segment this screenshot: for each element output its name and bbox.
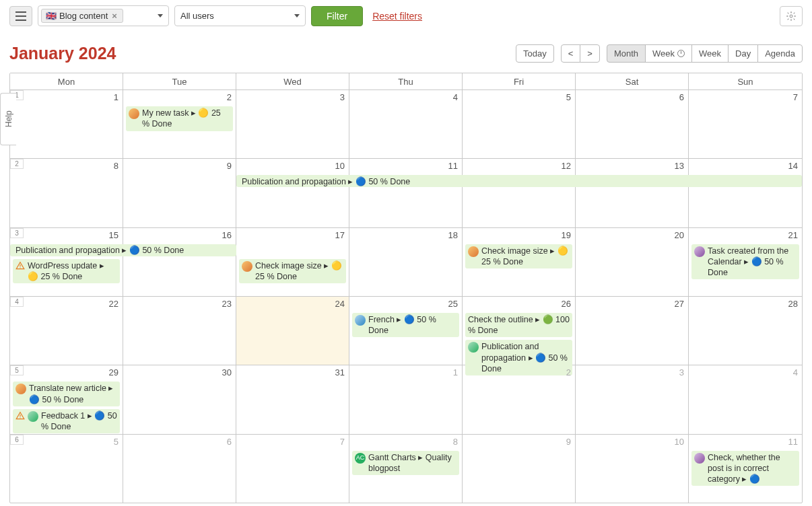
week-row: Publication and propagation ▸ 🔵 50 % Don… xyxy=(10,228,802,297)
day-cell[interactable]: 6 xyxy=(576,90,689,158)
day-number: 15 xyxy=(109,230,119,240)
calendar-event[interactable]: Publication and propagation ▸ 🔵 50 % Don… xyxy=(236,175,802,187)
day-cell[interactable]: 7 xyxy=(236,435,349,503)
day-number: 10 xyxy=(335,161,345,171)
day-cell[interactable]: 422 xyxy=(10,297,123,365)
day-number: 10 xyxy=(675,437,684,447)
svg-point-2 xyxy=(20,267,20,268)
svg-point-4 xyxy=(20,417,20,418)
day-cell[interactable]: 16 xyxy=(123,228,236,296)
day-cell[interactable]: 3 xyxy=(576,365,689,433)
events-area: Check image size ▸ 🟡 25 % Done xyxy=(464,243,574,270)
event-label: Publication and propagation ▸ 🔵 50 % Don… xyxy=(15,245,184,255)
day-cell[interactable]: 10 xyxy=(236,159,349,227)
calendar-controls: Today < > Month Week Week Day Agenda xyxy=(516,44,803,63)
calendar-event[interactable]: ACGantt Charts ▸ Quality blogpost xyxy=(352,451,459,476)
filter-chip-label: Blog content xyxy=(59,11,108,21)
gear-icon xyxy=(786,11,797,22)
day-cell[interactable]: 28 xyxy=(10,159,123,227)
next-button[interactable]: > xyxy=(580,44,600,63)
week-number: 6 xyxy=(10,435,24,445)
today-button[interactable]: Today xyxy=(516,44,554,63)
calendar-event[interactable]: Check the outline ▸ 🟢 100 % Done xyxy=(465,313,572,338)
day-cell[interactable]: 31 xyxy=(236,365,349,433)
reset-filters-link[interactable]: Reset filters xyxy=(372,11,422,22)
day-cell[interactable]: 8ACGantt Charts ▸ Quality blogpost xyxy=(349,435,463,503)
day-cell[interactable]: 14 xyxy=(689,159,802,227)
settings-button[interactable] xyxy=(780,6,803,26)
view-day-button[interactable]: Day xyxy=(728,44,758,63)
day-cell[interactable]: 30 xyxy=(123,365,236,433)
clock-icon xyxy=(677,50,685,57)
events-area: Task created from the Calendar ▸ 🔵 50 % … xyxy=(690,243,801,281)
calendar-event[interactable]: Check, whether the post is in correct ca… xyxy=(691,451,799,486)
calendar-grid: MonTueWedThuFriSatSun 112My new task ▸ 🟡… xyxy=(9,73,803,503)
day-cell[interactable]: 12 xyxy=(463,159,576,227)
day-cell[interactable]: 4 xyxy=(349,90,463,158)
week-row: 422232425French ▸ 🔵 50 % Done26Check the… xyxy=(10,297,802,365)
prev-button[interactable]: < xyxy=(561,44,581,63)
day-cell[interactable]: 28 xyxy=(689,297,802,365)
calendar-event[interactable]: Translate new article ▸ 🔵 50 % Done xyxy=(13,382,120,406)
calendar-event[interactable]: My new task ▸ 🟡 25 % Done xyxy=(126,106,233,131)
hamburger-menu-button[interactable] xyxy=(9,6,32,26)
view-month-button[interactable]: Month xyxy=(607,44,646,63)
day-cell[interactable]: 27 xyxy=(576,297,689,365)
users-filter-select[interactable]: All users xyxy=(174,5,306,26)
day-number: 18 xyxy=(448,230,458,240)
filter-chip-remove[interactable]: × xyxy=(110,11,119,21)
day-cell[interactable]: 23 xyxy=(123,297,236,365)
day-cell[interactable]: 3 xyxy=(236,90,349,158)
avatar xyxy=(468,246,479,257)
day-number: 1 xyxy=(114,92,119,102)
day-cell[interactable]: 25French ▸ 🔵 50 % Done xyxy=(349,297,463,365)
week-row: 529Translate new article ▸ 🔵 50 % DoneFe… xyxy=(10,365,802,434)
day-cell[interactable]: 13 xyxy=(576,159,689,227)
calendar-event[interactable]: WordPress update ▸ 🟡 25 % Done xyxy=(13,259,120,284)
day-cell[interactable]: 21Task created from the Calendar ▸ 🔵 50 … xyxy=(689,228,802,296)
help-tab[interactable]: Help xyxy=(0,93,16,145)
filter-button[interactable]: Filter xyxy=(311,6,363,26)
day-cell[interactable]: 2 xyxy=(463,365,576,433)
day-cell[interactable]: 19Check image size ▸ 🟡 25 % Done xyxy=(463,228,576,296)
day-cell[interactable]: 6 xyxy=(123,435,236,503)
day-cell[interactable]: 1 xyxy=(349,365,463,433)
day-number: 4 xyxy=(453,92,458,102)
day-cell[interactable]: 26Check the outline ▸ 🟢 100 % DonePublic… xyxy=(463,297,576,365)
calendar-event[interactable]: Feedback 1 ▸ 🔵 50 % Done xyxy=(13,409,120,434)
day-cell[interactable]: 4 xyxy=(689,365,802,433)
day-cell[interactable]: 9 xyxy=(123,159,236,227)
view-agenda-button[interactable]: Agenda xyxy=(757,44,803,63)
day-cell[interactable]: 315WordPress update ▸ 🟡 25 % Done xyxy=(10,228,123,296)
project-filter-select[interactable]: 🇬🇧 Blog content × xyxy=(38,5,169,26)
day-cell[interactable]: 529Translate new article ▸ 🔵 50 % DoneFe… xyxy=(10,365,123,433)
day-cell[interactable]: 7 xyxy=(689,90,802,158)
calendar-header: January 2024 Today < > Month Week Week D… xyxy=(0,32,812,73)
day-number: 30 xyxy=(222,367,232,377)
day-cell[interactable]: 11 xyxy=(349,159,463,227)
event-label: Gantt Charts ▸ Quality blogpost xyxy=(368,452,456,474)
day-cell[interactable]: 65 xyxy=(10,435,123,503)
calendar-event[interactable]: Publication and propagation ▸ 🔵 50 % Don… xyxy=(10,244,236,256)
day-cell[interactable]: 5 xyxy=(463,90,576,158)
day-cell[interactable]: 18 xyxy=(349,228,463,296)
view-week-button[interactable]: Week xyxy=(691,44,729,63)
day-cell[interactable]: 11Check, whether the post is in correct … xyxy=(689,435,802,503)
view-week-clock-button[interactable]: Week xyxy=(645,44,692,63)
events-area: French ▸ 🔵 50 % Done xyxy=(351,312,461,339)
day-number: 17 xyxy=(335,230,345,240)
day-cell[interactable]: 2My new task ▸ 🟡 25 % Done xyxy=(123,90,236,158)
day-cell[interactable]: 9 xyxy=(463,435,576,503)
event-label: Publication and propagation ▸ 🔵 50 % Don… xyxy=(242,176,410,186)
chevron-down-icon xyxy=(294,14,300,17)
day-cell[interactable]: 24 xyxy=(236,297,349,365)
calendar-event[interactable]: French ▸ 🔵 50 % Done xyxy=(352,313,459,338)
calendar-event[interactable]: Check image size ▸ 🟡 25 % Done xyxy=(239,259,346,284)
calendar-event[interactable]: Task created from the Calendar ▸ 🔵 50 % … xyxy=(691,244,799,280)
day-cell[interactable]: 10 xyxy=(576,435,689,503)
day-cell[interactable]: 11 xyxy=(10,90,123,158)
day-cell[interactable]: 17Check image size ▸ 🟡 25 % Done xyxy=(236,228,349,296)
avatar xyxy=(28,411,38,422)
day-cell[interactable]: 20 xyxy=(576,228,689,296)
calendar-event[interactable]: Check image size ▸ 🟡 25 % Done xyxy=(465,244,572,269)
